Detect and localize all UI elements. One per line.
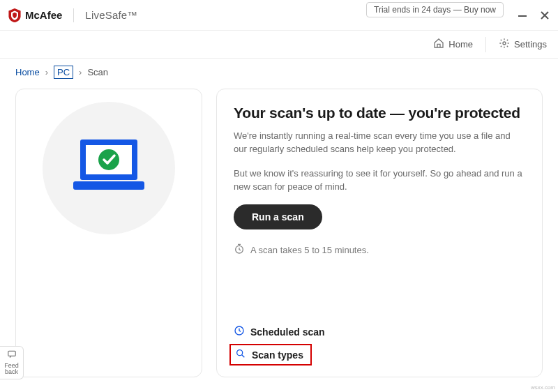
- intro-paragraph-1: We're instantly running a real-time scan…: [234, 130, 525, 156]
- run-scan-button[interactable]: Run a scan: [234, 204, 322, 229]
- title-bar: McAfee LiveSafe™ Trial ends in 24 days —…: [0, 0, 558, 31]
- brand-block: McAfee LiveSafe™: [8, 8, 138, 22]
- minimize-button[interactable]: [518, 10, 527, 20]
- window-controls: [518, 10, 550, 20]
- svg-point-1: [503, 42, 506, 45]
- scheduled-scan-link[interactable]: Scheduled scan: [234, 325, 325, 338]
- scan-types-link[interactable]: Scan types: [229, 344, 312, 365]
- nav-settings-label: Settings: [514, 39, 547, 50]
- mcafee-shield-icon: [8, 8, 21, 22]
- brand-name: McAfee: [25, 9, 62, 21]
- brand-product: LiveSafe™: [85, 9, 137, 21]
- illustration-panel: [15, 89, 202, 377]
- intro-paragraph-2: But we know it's reassuring to see it fo…: [234, 167, 525, 194]
- svg-rect-9: [8, 351, 15, 356]
- trial-notice-button[interactable]: Trial ends in 24 days — Buy now: [366, 2, 504, 17]
- page-title: Your scan's up to date — you're protecte…: [234, 105, 525, 121]
- home-icon: [433, 38, 444, 51]
- close-button[interactable]: [540, 10, 550, 20]
- scan-types-label: Scan types: [252, 349, 303, 361]
- nav-divider: [485, 37, 486, 52]
- bottom-links: Scheduled scan Scan types: [234, 325, 325, 365]
- speech-bubble-icon: [7, 349, 17, 363]
- scan-duration-text: A scan takes 5 to 15 minutes.: [250, 245, 369, 255]
- main-panel: Your scan's up to date — you're protecte…: [216, 89, 543, 377]
- gear-icon: [499, 38, 510, 51]
- svg-rect-4: [73, 181, 144, 190]
- search-icon: [235, 348, 246, 361]
- nav-home-button[interactable]: Home: [433, 38, 473, 51]
- brand-divider: [73, 8, 74, 22]
- svg-point-8: [237, 350, 243, 356]
- svg-point-5: [98, 149, 119, 170]
- feedback-label-line2: back: [5, 369, 18, 376]
- chevron-right-icon: ›: [45, 67, 48, 77]
- scan-duration-hint: A scan takes 5 to 15 minutes.: [234, 243, 525, 257]
- crumb-home[interactable]: Home: [15, 67, 40, 77]
- breadcrumb: Home › PC › Scan: [0, 59, 558, 79]
- scheduled-scan-label: Scheduled scan: [250, 326, 325, 338]
- clock-icon: [234, 325, 245, 338]
- timer-icon: [234, 243, 245, 257]
- crumb-scan: Scan: [87, 67, 108, 77]
- nav-row: Home Settings: [0, 31, 558, 59]
- chevron-right-icon: ›: [79, 67, 82, 77]
- nav-settings-button[interactable]: Settings: [499, 38, 547, 51]
- feedback-tab-button[interactable]: Feed back: [0, 346, 24, 379]
- svg-rect-0: [518, 15, 527, 17]
- watermark-text: wsxx.com: [531, 384, 555, 391]
- crumb-pc[interactable]: PC: [54, 66, 73, 79]
- illustration-circle: [43, 102, 175, 234]
- app-window: McAfee LiveSafe™ Trial ends in 24 days —…: [0, 0, 558, 392]
- content-body: Your scan's up to date — you're protecte…: [0, 79, 558, 391]
- nav-home-label: Home: [448, 39, 473, 50]
- laptop-check-icon: [70, 135, 147, 201]
